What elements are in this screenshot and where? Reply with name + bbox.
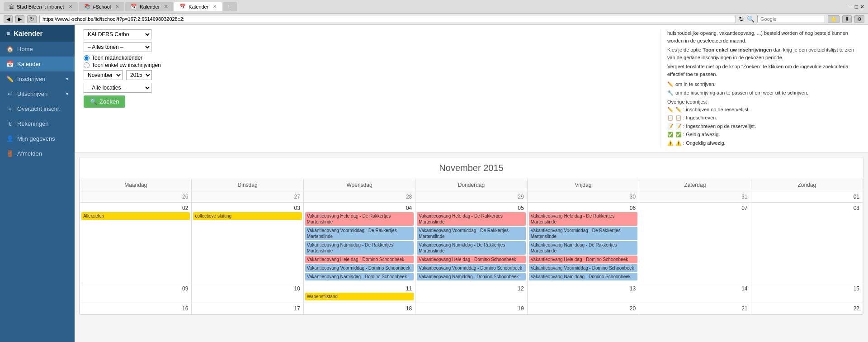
calendar-event[interactable]: Vakantieopvang Hele dag - Domino Schoonb… (305, 256, 414, 263)
tab-ischool[interactable]: 📚 i-School ✕ (79, 2, 125, 11)
calendar-event[interactable]: Allerzielen (81, 212, 190, 220)
calendar-title: November 2015 (80, 157, 863, 179)
address-input[interactable] (39, 15, 736, 23)
day-number: 21 (641, 304, 749, 313)
sidebar-item-home[interactable]: 🏠 Home (0, 42, 75, 57)
radio-enkel[interactable] (84, 62, 90, 68)
location-select[interactable]: – Alle locaties – (84, 83, 151, 93)
day-number: 15 (753, 285, 861, 293)
calendar-event[interactable]: Vakantieopvang Voormiddag - Domino Schoo… (417, 264, 525, 272)
calendar-day: 13 (527, 283, 639, 303)
back-button[interactable]: ◀ (4, 15, 13, 23)
calendar-event[interactable]: Vakantieopvang Namiddag - Domino Schoonb… (529, 273, 637, 280)
calendar-event[interactable]: Vakantieopvang Hele dag - De Rakkertjes … (305, 212, 414, 226)
tab-close[interactable]: ✕ (164, 4, 168, 9)
day-number: 19 (417, 304, 525, 313)
forward-button[interactable]: ▶ (15, 15, 24, 23)
sidebar-item-kalender[interactable]: 📅 Kalender (0, 57, 75, 71)
sidebar-label-overzicht: Overzicht inschr. (17, 105, 61, 112)
geldig-icon: ✅ (667, 131, 674, 138)
calendar-event[interactable]: Vakantieopvang Voormiddag - Domino Schoo… (305, 264, 414, 272)
sidebar: ≡ Kalender 🏠 Home 📅 Kalender ✏️ Inschrij… (0, 25, 75, 342)
tab-icon: 📚 (84, 4, 90, 10)
calendar-event[interactable]: Vakantieopvang Voormiddag - De Rakkertje… (417, 227, 525, 240)
weekday-maandag: Maandag (80, 179, 192, 191)
year-select[interactable]: 2015 (126, 70, 152, 80)
tab-stad-bilzen[interactable]: 🏛 Stad Bilzen :: intranet ✕ (4, 2, 78, 11)
browser-search-input[interactable] (757, 15, 825, 23)
calendar-event[interactable]: collectieve sluiting (193, 212, 302, 220)
calendar-day: 06Vakantieopvang Hele dag - De Rakkertje… (527, 203, 639, 283)
tab-close[interactable]: ✕ (115, 4, 119, 9)
person-select[interactable]: KALDERS Catho (84, 29, 151, 39)
day-number: 13 (529, 285, 637, 293)
tab-label: i-School (93, 4, 111, 10)
calendar-day: 14 (639, 283, 751, 303)
info-text2: Kies je de optie Toon enkel uw inschrijv… (667, 46, 859, 61)
reload-button[interactable]: ↻ (27, 15, 37, 23)
app-layout: ≡ Kalender 🏠 Home 📅 Kalender ✏️ Inschrij… (0, 25, 868, 342)
tab-close[interactable]: ✕ (213, 4, 217, 9)
calendar-day: 27 (192, 191, 303, 203)
calendar-wrapper: November 2015 Maandag Dinsdag Woensdag D… (79, 157, 863, 315)
filter-info: huishoudelijke opvang, vakantieopvang, .… (660, 29, 859, 147)
day-number: 11 (305, 285, 414, 293)
calendar-event[interactable]: Vakantieopvang Namiddag - De Rakkertjes … (305, 241, 414, 255)
day-number: 20 (529, 304, 637, 313)
calendar-event[interactable]: Vakantieopvang Namiddag - De Rakkertjes … (529, 241, 637, 255)
show-select[interactable]: – Alles tonen – (84, 42, 151, 52)
day-number: 18 (305, 304, 414, 313)
sidebar-item-overzicht[interactable]: ≡ Overzicht inschr. (0, 101, 75, 116)
info-icon-label-7: ⚠️ : Ongeldig afwezig. (675, 139, 726, 147)
calendar-event[interactable]: Vakantieopvang Hele dag - De Rakkertjes … (529, 212, 637, 226)
user-icon: 👤 (6, 135, 14, 142)
settings-button[interactable]: ⚙ (854, 15, 864, 23)
day-number: 28 (305, 193, 414, 201)
list-icon: ≡ (6, 105, 14, 112)
sidebar-item-afmelden[interactable]: 🚪 Afmelden (0, 146, 75, 161)
radio-maand[interactable] (84, 55, 90, 61)
day-number: 09 (81, 285, 190, 293)
undo-icon: ↩ (6, 90, 14, 97)
tab-kalender-2[interactable]: 📅 Kalender ✕ (174, 2, 222, 11)
search-icon: 🔍 (90, 98, 97, 105)
calendar-day: 21 (639, 303, 751, 314)
month-select[interactable]: November (84, 70, 123, 80)
sidebar-item-rekeningen[interactable]: € Rekeningen (0, 116, 75, 131)
calendar-event[interactable]: Vakantieopvang Hele dag - Domino Schoonb… (529, 256, 637, 263)
main-content: KALDERS Catho – Alles tonen – Toon maand… (75, 25, 868, 342)
weekday-donderdag: Donderdag (415, 179, 527, 191)
download-button[interactable]: ⬇ (842, 15, 852, 23)
sidebar-item-mijn-gegevens[interactable]: 👤 Mijn gegevens (0, 131, 75, 146)
calendar-day: 09 (80, 283, 192, 303)
bookmark-button[interactable]: ⭐ (828, 15, 840, 23)
day-number: 10 (193, 285, 302, 293)
sidebar-label-rekeningen: Rekeningen (17, 120, 48, 127)
calendar-event[interactable]: Vakantieopvang Voormiddag - Domino Schoo… (529, 264, 637, 272)
calendar-event[interactable]: Vakantieopvang Voormiddag - De Rakkertje… (529, 227, 637, 240)
calendar-event[interactable]: Wapenstilstand (305, 293, 414, 300)
info-row-6: ✅ ✅ : Geldig afwezig. (667, 131, 859, 138)
weekday-woensdag: Woensdag (303, 179, 415, 191)
calendar-day: 04Vakantieopvang Hele dag - De Rakkertje… (303, 203, 415, 283)
sidebar-item-uitschrijven[interactable]: ↩ Uitschrijven ▾ (0, 86, 75, 101)
day-number: 07 (641, 204, 749, 212)
pencil-register-icon: ✏️ (667, 81, 674, 88)
calendar-event[interactable]: Vakantieopvang Namiddag - Domino Schoonb… (305, 273, 414, 280)
search-button[interactable]: 🔍 Zoeken (84, 95, 125, 108)
calendar-event[interactable]: Vakantieopvang Hele dag - Domino Schoonb… (417, 256, 525, 263)
calendar-event[interactable]: Vakantieopvang Voormiddag - De Rakkertje… (305, 227, 414, 240)
sidebar-item-inschrijven[interactable]: ✏️ Inschrijven ▾ (0, 71, 75, 86)
tab-new[interactable]: + (223, 2, 236, 11)
info-icons: ✏️ om in te schrijven. 🔧 om de inschrijv… (667, 81, 859, 147)
day-number: 06 (529, 204, 637, 212)
tab-kalender-1[interactable]: 📅 Kalender ✕ (125, 2, 173, 11)
calendar-event[interactable]: Vakantieopvang Namiddag - Domino Schoonb… (417, 273, 525, 280)
sidebar-header: ≡ Kalender (0, 25, 75, 42)
calendar-event[interactable]: Vakantieopvang Namiddag - De Rakkertjes … (417, 241, 525, 255)
browser-chrome: 🏛 Stad Bilzen :: intranet ✕ 📚 i-School ✕… (0, 0, 868, 14)
tab-close[interactable]: ✕ (69, 4, 72, 9)
filter-row-show: – Alles tonen – (84, 42, 651, 52)
tab-icon: 🏛 (9, 4, 14, 10)
calendar-event[interactable]: Vakantieopvang Hele dag - De Rakkertjes … (417, 212, 525, 226)
